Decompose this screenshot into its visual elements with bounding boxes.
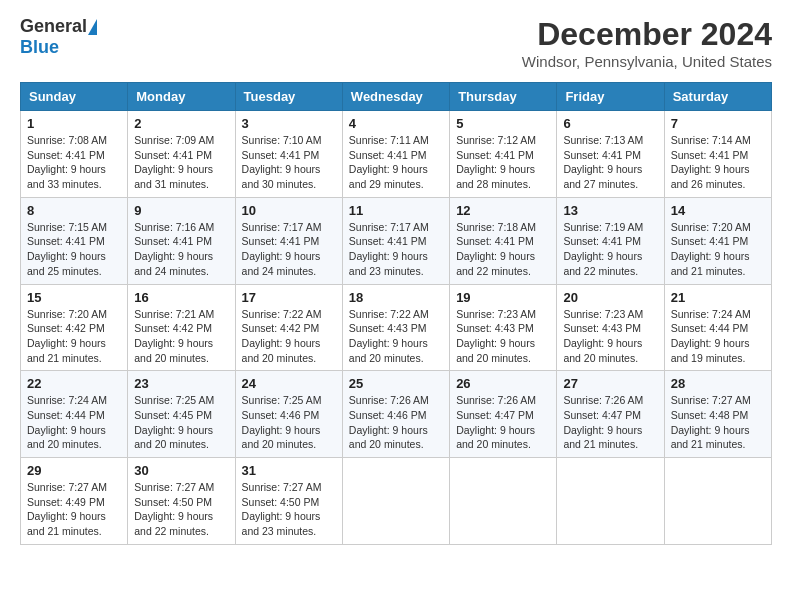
calendar-cell: 21 Sunrise: 7:24 AM Sunset: 4:44 PM Dayl… <box>664 284 771 371</box>
calendar-week-3: 15 Sunrise: 7:20 AM Sunset: 4:42 PM Dayl… <box>21 284 772 371</box>
day-detail: Sunrise: 7:20 AM Sunset: 4:42 PM Dayligh… <box>27 307 121 366</box>
day-detail: Sunrise: 7:22 AM Sunset: 4:42 PM Dayligh… <box>242 307 336 366</box>
month-title: December 2024 <box>522 16 772 53</box>
calendar-cell: 9 Sunrise: 7:16 AM Sunset: 4:41 PM Dayli… <box>128 197 235 284</box>
day-number: 15 <box>27 290 121 305</box>
day-number: 2 <box>134 116 228 131</box>
calendar-cell: 16 Sunrise: 7:21 AM Sunset: 4:42 PM Dayl… <box>128 284 235 371</box>
calendar-cell: 20 Sunrise: 7:23 AM Sunset: 4:43 PM Dayl… <box>557 284 664 371</box>
col-thursday: Thursday <box>450 83 557 111</box>
calendar-cell: 13 Sunrise: 7:19 AM Sunset: 4:41 PM Dayl… <box>557 197 664 284</box>
logo-general-text: General <box>20 16 87 37</box>
day-detail: Sunrise: 7:13 AM Sunset: 4:41 PM Dayligh… <box>563 133 657 192</box>
day-number: 13 <box>563 203 657 218</box>
day-number: 25 <box>349 376 443 391</box>
day-detail: Sunrise: 7:25 AM Sunset: 4:45 PM Dayligh… <box>134 393 228 452</box>
day-number: 17 <box>242 290 336 305</box>
calendar-cell: 14 Sunrise: 7:20 AM Sunset: 4:41 PM Dayl… <box>664 197 771 284</box>
calendar-cell: 27 Sunrise: 7:26 AM Sunset: 4:47 PM Dayl… <box>557 371 664 458</box>
calendar-cell: 15 Sunrise: 7:20 AM Sunset: 4:42 PM Dayl… <box>21 284 128 371</box>
day-number: 1 <box>27 116 121 131</box>
day-detail: Sunrise: 7:24 AM Sunset: 4:44 PM Dayligh… <box>27 393 121 452</box>
calendar-cell: 18 Sunrise: 7:22 AM Sunset: 4:43 PM Dayl… <box>342 284 449 371</box>
day-number: 26 <box>456 376 550 391</box>
calendar-cell: 10 Sunrise: 7:17 AM Sunset: 4:41 PM Dayl… <box>235 197 342 284</box>
col-saturday: Saturday <box>664 83 771 111</box>
day-detail: Sunrise: 7:22 AM Sunset: 4:43 PM Dayligh… <box>349 307 443 366</box>
day-detail: Sunrise: 7:25 AM Sunset: 4:46 PM Dayligh… <box>242 393 336 452</box>
logo-triangle-icon <box>88 19 97 35</box>
day-detail: Sunrise: 7:26 AM Sunset: 4:47 PM Dayligh… <box>456 393 550 452</box>
calendar-table: Sunday Monday Tuesday Wednesday Thursday… <box>20 82 772 545</box>
day-number: 5 <box>456 116 550 131</box>
day-number: 8 <box>27 203 121 218</box>
day-detail: Sunrise: 7:27 AM Sunset: 4:48 PM Dayligh… <box>671 393 765 452</box>
calendar-cell: 28 Sunrise: 7:27 AM Sunset: 4:48 PM Dayl… <box>664 371 771 458</box>
day-detail: Sunrise: 7:12 AM Sunset: 4:41 PM Dayligh… <box>456 133 550 192</box>
day-number: 10 <box>242 203 336 218</box>
day-detail: Sunrise: 7:15 AM Sunset: 4:41 PM Dayligh… <box>27 220 121 279</box>
day-detail: Sunrise: 7:24 AM Sunset: 4:44 PM Dayligh… <box>671 307 765 366</box>
day-detail: Sunrise: 7:17 AM Sunset: 4:41 PM Dayligh… <box>349 220 443 279</box>
day-detail: Sunrise: 7:21 AM Sunset: 4:42 PM Dayligh… <box>134 307 228 366</box>
day-detail: Sunrise: 7:23 AM Sunset: 4:43 PM Dayligh… <box>456 307 550 366</box>
day-detail: Sunrise: 7:26 AM Sunset: 4:46 PM Dayligh… <box>349 393 443 452</box>
logo: General Blue <box>20 16 99 58</box>
title-area: December 2024 Windsor, Pennsylvania, Uni… <box>522 16 772 70</box>
calendar-cell: 8 Sunrise: 7:15 AM Sunset: 4:41 PM Dayli… <box>21 197 128 284</box>
calendar-cell <box>450 458 557 545</box>
col-tuesday: Tuesday <box>235 83 342 111</box>
calendar-cell: 2 Sunrise: 7:09 AM Sunset: 4:41 PM Dayli… <box>128 111 235 198</box>
day-detail: Sunrise: 7:27 AM Sunset: 4:49 PM Dayligh… <box>27 480 121 539</box>
calendar-cell: 22 Sunrise: 7:24 AM Sunset: 4:44 PM Dayl… <box>21 371 128 458</box>
day-number: 29 <box>27 463 121 478</box>
calendar-cell: 19 Sunrise: 7:23 AM Sunset: 4:43 PM Dayl… <box>450 284 557 371</box>
day-number: 11 <box>349 203 443 218</box>
page-header: General Blue December 2024 Windsor, Penn… <box>20 16 772 70</box>
day-detail: Sunrise: 7:08 AM Sunset: 4:41 PM Dayligh… <box>27 133 121 192</box>
day-number: 24 <box>242 376 336 391</box>
calendar-cell: 23 Sunrise: 7:25 AM Sunset: 4:45 PM Dayl… <box>128 371 235 458</box>
col-friday: Friday <box>557 83 664 111</box>
logo-blue-text: Blue <box>20 37 59 57</box>
day-number: 23 <box>134 376 228 391</box>
location-title: Windsor, Pennsylvania, United States <box>522 53 772 70</box>
day-detail: Sunrise: 7:23 AM Sunset: 4:43 PM Dayligh… <box>563 307 657 366</box>
calendar-cell: 26 Sunrise: 7:26 AM Sunset: 4:47 PM Dayl… <box>450 371 557 458</box>
day-detail: Sunrise: 7:14 AM Sunset: 4:41 PM Dayligh… <box>671 133 765 192</box>
day-detail: Sunrise: 7:17 AM Sunset: 4:41 PM Dayligh… <box>242 220 336 279</box>
day-number: 19 <box>456 290 550 305</box>
day-number: 6 <box>563 116 657 131</box>
calendar-cell: 12 Sunrise: 7:18 AM Sunset: 4:41 PM Dayl… <box>450 197 557 284</box>
calendar-week-5: 29 Sunrise: 7:27 AM Sunset: 4:49 PM Dayl… <box>21 458 772 545</box>
calendar-cell: 7 Sunrise: 7:14 AM Sunset: 4:41 PM Dayli… <box>664 111 771 198</box>
day-detail: Sunrise: 7:16 AM Sunset: 4:41 PM Dayligh… <box>134 220 228 279</box>
calendar-cell <box>342 458 449 545</box>
day-detail: Sunrise: 7:10 AM Sunset: 4:41 PM Dayligh… <box>242 133 336 192</box>
day-number: 16 <box>134 290 228 305</box>
day-detail: Sunrise: 7:27 AM Sunset: 4:50 PM Dayligh… <box>134 480 228 539</box>
calendar-cell: 17 Sunrise: 7:22 AM Sunset: 4:42 PM Dayl… <box>235 284 342 371</box>
day-detail: Sunrise: 7:11 AM Sunset: 4:41 PM Dayligh… <box>349 133 443 192</box>
day-number: 28 <box>671 376 765 391</box>
calendar-cell: 3 Sunrise: 7:10 AM Sunset: 4:41 PM Dayli… <box>235 111 342 198</box>
calendar-week-2: 8 Sunrise: 7:15 AM Sunset: 4:41 PM Dayli… <box>21 197 772 284</box>
calendar-cell: 30 Sunrise: 7:27 AM Sunset: 4:50 PM Dayl… <box>128 458 235 545</box>
col-wednesday: Wednesday <box>342 83 449 111</box>
calendar-header-row: Sunday Monday Tuesday Wednesday Thursday… <box>21 83 772 111</box>
day-detail: Sunrise: 7:18 AM Sunset: 4:41 PM Dayligh… <box>456 220 550 279</box>
day-number: 9 <box>134 203 228 218</box>
day-number: 12 <box>456 203 550 218</box>
day-detail: Sunrise: 7:19 AM Sunset: 4:41 PM Dayligh… <box>563 220 657 279</box>
col-monday: Monday <box>128 83 235 111</box>
col-sunday: Sunday <box>21 83 128 111</box>
day-number: 4 <box>349 116 443 131</box>
calendar-cell: 5 Sunrise: 7:12 AM Sunset: 4:41 PM Dayli… <box>450 111 557 198</box>
calendar-cell <box>664 458 771 545</box>
calendar-cell: 25 Sunrise: 7:26 AM Sunset: 4:46 PM Dayl… <box>342 371 449 458</box>
calendar-cell <box>557 458 664 545</box>
day-detail: Sunrise: 7:20 AM Sunset: 4:41 PM Dayligh… <box>671 220 765 279</box>
calendar-cell: 11 Sunrise: 7:17 AM Sunset: 4:41 PM Dayl… <box>342 197 449 284</box>
day-detail: Sunrise: 7:09 AM Sunset: 4:41 PM Dayligh… <box>134 133 228 192</box>
day-detail: Sunrise: 7:26 AM Sunset: 4:47 PM Dayligh… <box>563 393 657 452</box>
